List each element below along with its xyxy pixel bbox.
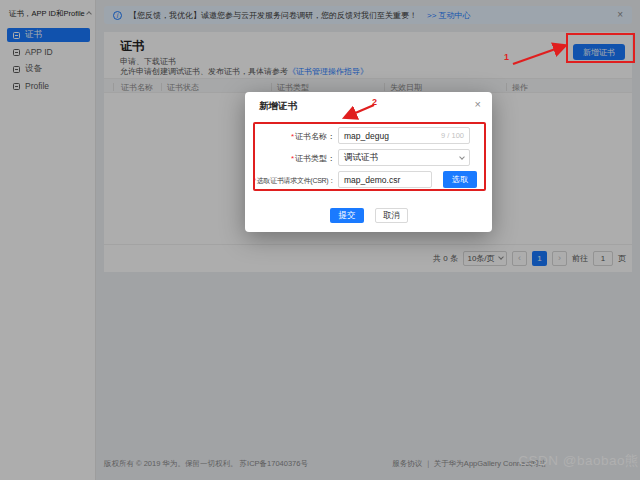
required-mark: * (253, 177, 255, 184)
field-label: *证书类型： (253, 153, 335, 164)
field-label-text: 选取证书请求文件(CSR)： (257, 177, 335, 184)
field-label-text: 证书类型： (295, 154, 335, 163)
field-certificate-type: *证书类型： 调试证书 (245, 149, 492, 167)
add-certificate-modal: 新增证书 × *证书名称： map_degug 9 / 100 *证书类型： 调… (245, 92, 492, 232)
certificate-name-value: map_degug (344, 131, 389, 141)
field-label-text: 证书名称： (295, 132, 335, 141)
app-window: 证书，APP ID和Profile 证书 APP ID 设备 Profile i… (0, 0, 640, 480)
field-csr-file: *选取证书请求文件(CSR)： map_demo.csr 选取 (245, 171, 492, 189)
csr-file-input[interactable]: map_demo.csr (338, 171, 432, 188)
pick-file-button[interactable]: 选取 (443, 171, 477, 188)
required-mark: * (291, 154, 294, 163)
certificate-name-input[interactable]: map_degug 9 / 100 (338, 127, 470, 144)
char-counter: 9 / 100 (441, 131, 464, 140)
field-label: *选取证书请求文件(CSR)： (253, 176, 335, 186)
cancel-button[interactable]: 取消 (375, 208, 408, 223)
field-certificate-name: *证书名称： map_degug 9 / 100 (245, 127, 492, 145)
field-label: *证书名称： (253, 131, 335, 142)
chevron-down-icon (459, 154, 465, 160)
submit-button[interactable]: 提交 (330, 208, 364, 223)
modal-close-icon[interactable]: × (475, 98, 481, 110)
modal-backdrop (0, 0, 640, 480)
certificate-type-value: 调试证书 (344, 152, 378, 164)
modal-title: 新增证书 (259, 100, 297, 113)
csr-file-value: map_demo.csr (344, 175, 400, 185)
certificate-type-select[interactable]: 调试证书 (338, 149, 470, 166)
required-mark: * (291, 132, 294, 141)
